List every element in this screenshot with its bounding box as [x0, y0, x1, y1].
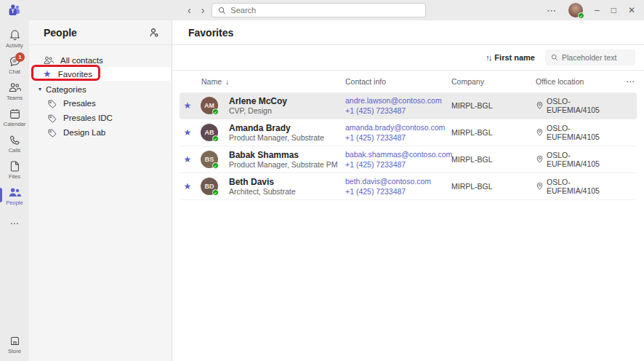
- presence-available-icon: ✓: [578, 12, 584, 19]
- phone-link[interactable]: +1 (425) 7233487: [345, 106, 447, 116]
- search-input[interactable]: [230, 6, 419, 15]
- table-header-row: Name ↓ Contact info Company Office locat…: [180, 71, 637, 92]
- rail-item-chat[interactable]: Chat 1: [0, 52, 29, 79]
- favorite-star-icon[interactable]: ★: [180, 100, 196, 111]
- presence-available-icon: ✓: [212, 108, 219, 115]
- email-link[interactable]: beth.davis@contoso.com: [345, 176, 447, 186]
- maximize-button[interactable]: □: [611, 6, 616, 15]
- person-name: Arlene McCoy: [229, 96, 341, 106]
- contacts-icon: [43, 55, 54, 66]
- search-icon: [551, 54, 558, 61]
- filter-input[interactable]: [562, 53, 629, 62]
- user-avatar[interactable]: ✓: [568, 3, 583, 17]
- list-toolbar: ↑↓ First name: [172, 45, 644, 71]
- rail-item-activity[interactable]: Activity: [0, 26, 29, 52]
- file-icon: [9, 160, 21, 172]
- favorite-star-icon[interactable]: ★: [180, 154, 196, 164]
- rail-item-teams[interactable]: Teams: [0, 79, 29, 105]
- star-filled-icon: ★: [43, 69, 52, 79]
- location-pin-icon: [536, 101, 544, 110]
- teams-logo: T: [0, 4, 29, 17]
- favorite-star-icon[interactable]: ★: [180, 127, 196, 138]
- tag-icon: [47, 99, 57, 108]
- minimize-button[interactable]: –: [595, 6, 600, 15]
- global-search[interactable]: [212, 3, 426, 17]
- phone-link[interactable]: +1 (425) 7233487: [345, 186, 447, 197]
- office-location-value: OSLO-EUFEMIA/4105: [547, 124, 623, 141]
- company-value: MIRPL-BGL: [447, 182, 531, 191]
- rail-item-people[interactable]: People: [0, 183, 29, 210]
- avatar: AM ✓: [201, 97, 218, 114]
- sidebar-title: People: [44, 27, 77, 39]
- company-value: MIRPL-BGL: [447, 101, 531, 110]
- sidebar-section-categories[interactable]: ▾ Categories: [29, 82, 172, 96]
- calendar-icon: [9, 108, 21, 120]
- company-value: MIRPL-BGL: [447, 128, 531, 137]
- tag-icon: [47, 114, 57, 123]
- categories-label: Categories: [46, 85, 86, 94]
- search-icon: [218, 7, 226, 15]
- phone-link[interactable]: +1 (425) 7233487: [345, 159, 447, 170]
- titlebar: T ‹ › ⋯ ✓ – □ ✕: [0, 0, 644, 20]
- email-link[interactable]: babak.shammas@contoso.com: [345, 149, 447, 159]
- location-pin-icon: [536, 128, 544, 137]
- sidebar-item-all-contacts[interactable]: All contacts: [29, 53, 172, 67]
- add-contact-icon[interactable]: [148, 27, 160, 39]
- sidebar-item-favorites[interactable]: ★ Favorites: [35, 67, 171, 81]
- people-filled-icon: [8, 186, 21, 199]
- forward-arrow-icon[interactable]: ›: [201, 5, 205, 15]
- sidebar-item-design-lab[interactable]: Design Lab: [29, 125, 172, 140]
- rail-item-calls[interactable]: Calls: [0, 131, 29, 157]
- rail-item-calendar[interactable]: Calendar: [0, 105, 29, 131]
- table-row[interactable]: ★ AB ✓ Amanda Brady Product Manager, Sub…: [180, 119, 637, 146]
- column-header-contact[interactable]: Contact info: [341, 77, 447, 86]
- person-job-title: Product Manager, Substrate PM: [229, 160, 341, 170]
- rail-more-apps-icon[interactable]: ⋯: [10, 210, 20, 237]
- email-link[interactable]: andre.lawson@contoso.com: [345, 95, 447, 106]
- all-contacts-label: All contacts: [60, 56, 103, 65]
- person-job-title: Architect, Substrate: [229, 187, 341, 197]
- column-header-company[interactable]: Company: [447, 77, 531, 86]
- presence-available-icon: ✓: [212, 135, 219, 142]
- avatar: BS ✓: [201, 151, 218, 168]
- bell-icon: [9, 29, 21, 41]
- person-name: Babak Shammas: [229, 150, 341, 160]
- location-pin-icon: [536, 182, 544, 191]
- office-location-value: OSLO-EUFEMIA/4105: [547, 97, 623, 114]
- page-title: Favorites: [188, 27, 233, 39]
- chevron-down-icon: ▾: [39, 86, 41, 92]
- contact-filter[interactable]: [545, 49, 635, 66]
- tag-icon: [47, 128, 57, 138]
- titlebar-more-icon[interactable]: ⋯: [547, 5, 557, 16]
- close-button[interactable]: ✕: [628, 6, 635, 15]
- table-row[interactable]: ★ BD ✓ Beth Davis Architect, Substrate b…: [180, 173, 637, 200]
- column-header-office[interactable]: Office location: [531, 77, 623, 86]
- presence-available-icon: ✓: [212, 162, 219, 169]
- back-arrow-icon[interactable]: ‹: [188, 5, 191, 15]
- table-row[interactable]: ★ BS ✓ Babak Shammas Product Manager, Su…: [180, 146, 637, 173]
- email-link[interactable]: amanda.brady@contoso.com: [345, 122, 447, 132]
- person-name: Beth Davis: [229, 177, 341, 187]
- person-job-title: CVP, Design: [229, 106, 341, 116]
- rail-item-store[interactable]: Store: [0, 332, 29, 358]
- chat-unread-badge: 1: [15, 52, 25, 62]
- sort-by-first-name-button[interactable]: ↑↓ First name: [486, 53, 535, 62]
- office-location-value: OSLO-EUFEMIA/4105: [547, 178, 623, 195]
- sort-desc-icon: ↓: [225, 77, 229, 86]
- column-header-name[interactable]: Name ↓: [196, 77, 341, 86]
- main-content: Favorites ↑↓ First name Name ↓ Cont: [172, 20, 644, 361]
- people-sidebar: People All contacts ★ Favorites ▾ Catego…: [29, 20, 172, 361]
- table-row[interactable]: ★ AM ✓ Arlene McCoy CVP, Design andre.la…: [180, 92, 637, 119]
- sidebar-item-presales[interactable]: Presales: [29, 96, 172, 111]
- avatar: BD ✓: [201, 178, 218, 195]
- person-name: Amanda Brady: [229, 123, 341, 133]
- phone-link[interactable]: +1 (425) 7233487: [345, 132, 447, 143]
- rail-item-files[interactable]: Files: [0, 157, 29, 183]
- company-value: MIRPL-BGL: [447, 155, 531, 164]
- column-options-icon[interactable]: ⋯: [623, 76, 637, 87]
- favorite-star-icon[interactable]: ★: [180, 181, 196, 191]
- person-job-title: Product Manager, Substrate: [229, 133, 341, 143]
- sidebar-item-presales-idc[interactable]: Presales IDC: [29, 111, 172, 125]
- people-table: Name ↓ Contact info Company Office locat…: [172, 71, 644, 200]
- avatar: AB ✓: [201, 124, 218, 141]
